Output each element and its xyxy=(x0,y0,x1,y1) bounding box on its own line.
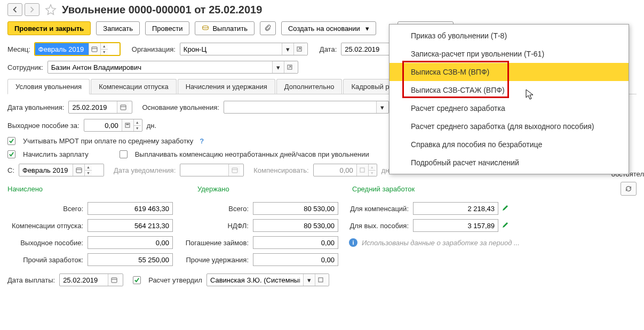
basis-input[interactable] xyxy=(224,101,376,113)
dismissal-date-input[interactable] xyxy=(69,101,117,113)
accrued-total-label: Всего: xyxy=(7,205,88,213)
approved-label: Расчет утвердил xyxy=(148,276,202,284)
date-label: Дата: xyxy=(320,45,337,53)
open-ref-icon[interactable] xyxy=(293,43,305,55)
dropdown-icon[interactable]: ▾ xyxy=(376,101,388,113)
org-input[interactable] xyxy=(180,43,282,55)
svg-rect-15 xyxy=(319,278,323,282)
svg-rect-14 xyxy=(112,278,117,283)
avg-sev-value[interactable] xyxy=(413,219,498,232)
calculator-icon xyxy=(356,164,368,176)
severance-pay-value[interactable] xyxy=(88,236,173,249)
post-button[interactable]: Провести xyxy=(145,21,190,35)
compensate-label: Компенсировать: xyxy=(253,166,308,174)
severance-pay-label: Выходное пособие: xyxy=(7,239,88,247)
pay-button[interactable]: Выплатить xyxy=(195,21,255,35)
post-close-button[interactable]: Провести и закрыть xyxy=(7,21,91,35)
withheld-total-value[interactable] xyxy=(253,202,338,215)
dismissal-date-label: Дата увольнения: xyxy=(7,103,64,111)
spin-up[interactable]: ▲ xyxy=(101,43,108,50)
approved-checkbox[interactable] xyxy=(133,276,141,284)
coins-icon xyxy=(202,25,209,32)
menu-t8[interactable]: Приказ об увольнении (Т-8) xyxy=(389,27,629,45)
open-ref-icon[interactable] xyxy=(315,274,327,286)
spin-down[interactable]: ▼ xyxy=(85,171,92,176)
create-based-button[interactable]: Создать на основании ▾ xyxy=(281,21,376,35)
month-input[interactable] xyxy=(35,43,89,55)
employee-label: Сотрудник: xyxy=(7,63,43,71)
tab-conditions[interactable]: Условия увольнения xyxy=(7,79,90,94)
severance-days-input[interactable] xyxy=(84,119,122,131)
calendar-icon[interactable] xyxy=(108,274,120,286)
avg-header: Средний заработок xyxy=(352,185,621,193)
dropdown-icon[interactable]: ▾ xyxy=(282,43,293,55)
accrued-total-value[interactable] xyxy=(88,202,173,215)
spin-up: ▲ xyxy=(369,164,376,171)
pencil-icon[interactable] xyxy=(502,204,509,213)
spin-down: ▼ xyxy=(369,171,376,176)
avg-comp-value[interactable] xyxy=(413,202,498,215)
calendar-icon xyxy=(228,164,240,176)
ndfl-value[interactable] xyxy=(253,219,338,232)
calendar-icon[interactable] xyxy=(73,164,84,176)
from-month-input[interactable] xyxy=(19,164,73,176)
paperclip-icon xyxy=(264,25,272,32)
basis-label: Основание увольнения: xyxy=(142,103,219,111)
vacation-comp-value[interactable] xyxy=(88,219,173,232)
menu-szvstazh[interactable]: Выписка СЗВ-СТАЖ (ВПФ) xyxy=(389,81,629,99)
tab-accruals[interactable]: Начисления и удержания xyxy=(178,79,275,94)
employee-input[interactable] xyxy=(48,61,272,73)
menu-avgcalc[interactable]: Расчет среднего заработка xyxy=(389,99,629,117)
payment-date-input[interactable] xyxy=(60,274,108,286)
mrot-checkbox[interactable] xyxy=(7,137,15,145)
write-button[interactable]: Записать xyxy=(96,21,140,35)
dropdown-icon[interactable]: ▾ xyxy=(272,61,284,73)
open-ref-icon[interactable] xyxy=(284,61,296,73)
calendar-icon[interactable] xyxy=(117,101,129,113)
approver-input[interactable] xyxy=(207,274,303,286)
favorite-icon[interactable] xyxy=(45,4,57,15)
calendar-icon[interactable] xyxy=(89,43,100,55)
svg-rect-11 xyxy=(76,168,82,173)
dropdown-icon[interactable]: ▾ xyxy=(303,274,315,286)
from-label: С: xyxy=(7,166,14,174)
attach-button[interactable] xyxy=(260,21,276,35)
withheld-total-label: Всего: xyxy=(184,205,253,213)
nav-forward-button[interactable] xyxy=(25,3,39,16)
mrot-label: Учитывать МРОТ при оплате по среднему за… xyxy=(23,137,193,145)
loans-label: Погашение займов: xyxy=(184,239,253,247)
pay-compensation-label: Выплачивать компенсацию неотработанных д… xyxy=(135,150,369,158)
loans-value[interactable] xyxy=(253,236,338,249)
spin-up[interactable]: ▲ xyxy=(134,119,141,126)
refresh-button[interactable] xyxy=(621,182,637,196)
chevron-down-icon: ▾ xyxy=(365,25,369,33)
tab-additional[interactable]: Дополнительно xyxy=(276,79,343,94)
menu-szvm[interactable]: Выписка СЗВ-М (ВПФ) xyxy=(389,63,629,81)
menu-t61[interactable]: Записка-расчет при увольнении (Т-61) xyxy=(389,45,629,63)
spin-up[interactable]: ▲ xyxy=(85,164,92,171)
accrue-salary-label: Начислить зарплату xyxy=(23,150,89,158)
pay-compensation-checkbox[interactable] xyxy=(120,150,128,158)
create-based-label: Создать на основании xyxy=(288,25,360,33)
other-withheld-value[interactable] xyxy=(253,253,338,266)
pencil-icon[interactable] xyxy=(502,221,509,230)
help-icon[interactable]: ? xyxy=(200,137,204,145)
menu-avgcalc-sev[interactable]: Расчет среднего заработка (для выходного… xyxy=(389,117,629,135)
menu-detailed[interactable]: Подробный расчет начислений xyxy=(389,154,629,172)
accrue-salary-checkbox[interactable] xyxy=(7,150,15,158)
date-input[interactable] xyxy=(341,43,389,55)
tab-vacation-comp[interactable]: Компенсации отпуска xyxy=(91,79,177,94)
svg-rect-13 xyxy=(360,168,364,172)
other-earn-value[interactable] xyxy=(88,253,173,266)
spin-down[interactable]: ▼ xyxy=(101,50,108,55)
print-menu: Приказ об увольнении (Т-8) Записка-расче… xyxy=(389,24,629,174)
accrued-header: Начислено xyxy=(7,185,173,193)
other-earn-label: Прочий заработок: xyxy=(7,256,88,264)
nav-back-button[interactable] xyxy=(7,3,22,16)
menu-unemployment[interactable]: Справка для пособия по безработице xyxy=(389,135,629,154)
calculator-icon[interactable] xyxy=(122,119,133,131)
spin-down[interactable]: ▼ xyxy=(134,126,141,132)
month-label: Месяц: xyxy=(7,45,30,53)
withheld-header: Удержано xyxy=(197,185,352,193)
notif-date-input xyxy=(180,164,228,176)
